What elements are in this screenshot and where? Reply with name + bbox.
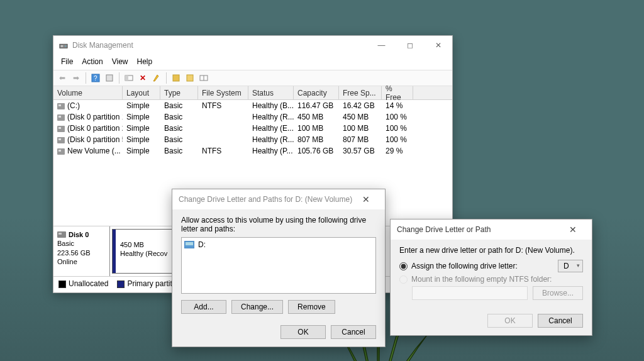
change-button[interactable]: Change... [231,300,283,314]
toolbar-icon-7[interactable] [184,72,196,84]
ok-button: OK [487,314,533,328]
ok-button[interactable]: OK [280,325,326,339]
svg-text:?: ? [94,75,97,82]
radio-assign-label: Assign the following drive letter: [411,262,554,270]
toolbar-icon-5[interactable] [150,72,163,84]
path-label: D: [198,240,206,249]
minimize-button[interactable]: — [367,36,396,55]
disk-name: Disk 0 [69,230,89,239]
table-row[interactable]: New Volume (...SimpleBasicNTFSHealthy (P… [53,145,452,157]
col-pct[interactable]: % Free [382,86,413,99]
main-titlebar[interactable]: Disk Management — ◻ ✕ [53,36,452,55]
cancel-button[interactable]: Cancel [331,325,376,339]
maximize-button[interactable]: ◻ [396,36,424,55]
add-button[interactable]: Add... [181,300,226,314]
svg-rect-9 [187,75,193,81]
menu-bar: File Action View Help [53,55,452,70]
col-volume[interactable]: Volume [53,86,123,99]
dlg1-titlebar[interactable]: Change Drive Letter and Paths for D: (Ne… [172,189,385,209]
paths-listbox[interactable]: D: [181,237,376,294]
col-free[interactable]: Free Sp... [339,86,382,99]
toolbar-icon-8[interactable] [197,72,210,84]
col-fs[interactable]: File System [198,86,248,99]
dlg1-prompt: Allow access to this volume by using the… [181,216,376,233]
dlg2-prompt: Enter a new drive letter or path for D: … [399,246,583,255]
table-row[interactable]: (Disk 0 partition 1)SimpleBasicHealthy (… [53,111,452,123]
browse-button: Browse... [533,286,583,300]
svg-rect-19 [58,138,61,140]
mount-path-input [412,286,528,300]
legend-unallocated: Unallocated [69,279,108,288]
menu-file[interactable]: File [57,56,77,67]
col-type[interactable]: Type [160,86,198,99]
col-layout[interactable]: Layout [123,86,160,99]
svg-rect-25 [186,242,193,245]
dlg1-title: Change Drive Letter and Paths for D: (Ne… [179,195,352,204]
forward-button[interactable]: ➡ [70,72,82,84]
col-status[interactable]: Status [248,86,294,99]
svg-rect-7 [125,75,128,81]
change-paths-dialog: Change Drive Letter and Paths for D: (Ne… [172,189,386,347]
drive-letter-select[interactable]: D [558,260,583,272]
radio-mount-label: Mount in the following empty NTFS folder… [411,275,552,284]
toolbar-icon-2[interactable] [103,72,116,84]
disk-status: Online [57,257,106,266]
menu-action[interactable]: Action [78,56,106,67]
svg-rect-17 [58,127,61,129]
disk-mgmt-icon [58,40,69,50]
menu-view[interactable]: View [108,56,132,67]
disk-size: 223.56 GB [57,248,106,257]
svg-rect-13 [58,104,61,106]
close-button[interactable]: ✕ [424,36,452,55]
svg-rect-23 [58,233,62,235]
svg-point-2 [65,45,67,47]
table-row[interactable]: (Disk 0 partition 2)SimpleBasicHealthy (… [53,123,452,134]
change-letter-dialog: Change Drive Letter or Path ✕ Enter a ne… [390,219,592,336]
table-row[interactable]: (C:)SimpleBasicNTFSHealthy (B...116.47 G… [53,100,452,111]
remove-button[interactable]: Remove [288,300,335,314]
path-item[interactable]: D: [184,240,373,249]
dlg2-titlebar[interactable]: Change Drive Letter or Path ✕ [391,219,592,240]
svg-rect-5 [106,75,113,81]
toolbar-icon-3[interactable] [123,72,135,84]
svg-rect-21 [58,150,61,152]
back-button[interactable]: ⬅ [56,72,69,84]
table-row[interactable]: (Disk 0 partition 5)SimpleBasicHealthy (… [53,134,452,145]
dlg1-close-button[interactable]: ✕ [353,194,379,204]
window-title: Disk Management [72,41,367,50]
partition-block[interactable]: 450 MB Healthy (Recov [112,229,174,274]
menu-help[interactable]: Help [133,56,157,67]
disk-type: Basic [57,239,106,248]
dlg2-title: Change Drive Letter or Path [397,225,491,234]
col-capacity[interactable]: Capacity [294,86,339,99]
toolbar-icon-6[interactable] [170,72,182,84]
delete-icon[interactable]: ✕ [136,72,149,84]
disk-info[interactable]: Disk 0 Basic 223.56 GB Online [53,226,110,276]
mount-folder-radio[interactable]: Mount in the following empty NTFS folder… [399,275,583,284]
radio-assign[interactable] [399,262,408,270]
drive-icon [184,241,194,248]
volume-list-header: Volume Layout Type File System Status Ca… [53,86,452,100]
cancel-button[interactable]: Cancel [538,314,583,328]
assign-letter-radio[interactable]: Assign the following drive letter: D [399,260,583,272]
dlg2-close-button[interactable]: ✕ [560,225,586,235]
svg-rect-1 [61,45,64,47]
refresh-icon[interactable]: ? [89,72,102,84]
radio-mount[interactable] [399,275,408,284]
svg-rect-8 [173,75,179,81]
svg-rect-15 [58,116,61,118]
